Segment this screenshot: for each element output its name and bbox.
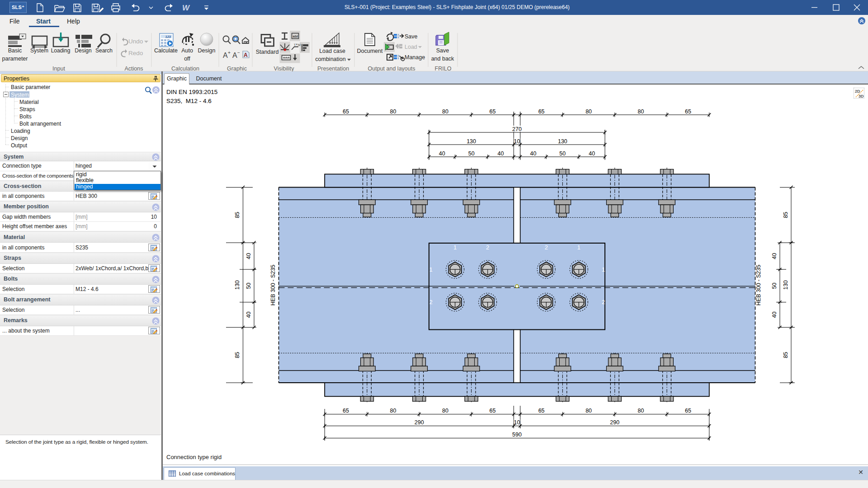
- svg-text:Input: Input: [52, 66, 65, 71]
- svg-text:80: 80: [637, 108, 644, 115]
- svg-text:Basic: Basic: [8, 47, 22, 54]
- svg-text:80: 80: [442, 108, 448, 115]
- svg-text:Output and layouts: Output and layouts: [368, 66, 415, 71]
- svg-text:290: 290: [610, 419, 619, 426]
- svg-text:W: W: [182, 4, 190, 12]
- svg-text:40: 40: [771, 312, 778, 318]
- svg-text:A: A: [232, 52, 237, 59]
- svg-text:65: 65: [685, 108, 691, 115]
- svg-text:3D: 3D: [859, 94, 864, 99]
- svg-text:65: 65: [685, 408, 691, 414]
- svg-text:abl: abl: [293, 34, 298, 38]
- svg-text:1: 1: [429, 266, 432, 273]
- svg-text:Loading: Loading: [51, 47, 71, 54]
- svg-text:Redo: Redo: [128, 50, 143, 56]
- svg-text:130: 130: [558, 138, 567, 145]
- svg-text:50: 50: [771, 283, 778, 289]
- svg-text:Graphic: Graphic: [227, 66, 247, 71]
- svg-text:Load: Load: [405, 44, 417, 50]
- svg-text:A: A: [244, 52, 248, 58]
- svg-text:85: 85: [235, 352, 241, 358]
- svg-text:10: 10: [514, 419, 520, 426]
- svg-text:65: 65: [489, 408, 495, 414]
- svg-text:1: 1: [602, 266, 605, 273]
- svg-text:80: 80: [390, 108, 396, 115]
- svg-text:85: 85: [235, 212, 241, 218]
- svg-text:Standard: Standard: [256, 49, 279, 55]
- svg-text:M: M: [298, 43, 301, 47]
- svg-text:2D: 2D: [855, 89, 860, 94]
- svg-text:10: 10: [514, 138, 520, 145]
- svg-text:40: 40: [245, 312, 252, 318]
- svg-text:HEB 300 - S235: HEB 300 - S235: [755, 265, 762, 305]
- svg-text:FRILO: FRILO: [435, 66, 452, 71]
- svg-text:HEB 300 - S235: HEB 300 - S235: [270, 265, 276, 305]
- svg-text:123: 123: [165, 35, 171, 39]
- svg-text:Design: Design: [75, 47, 91, 54]
- svg-text:combination: combination: [315, 56, 345, 62]
- svg-text:1: 1: [453, 244, 457, 251]
- svg-text:System: System: [30, 47, 48, 54]
- svg-text:80: 80: [442, 408, 448, 414]
- svg-text:65: 65: [538, 108, 545, 115]
- svg-text:80: 80: [585, 408, 592, 414]
- svg-text:Undo: Undo: [128, 38, 143, 45]
- svg-text:130: 130: [235, 280, 241, 290]
- svg-text:Visibility: Visibility: [274, 66, 295, 71]
- svg-text:130: 130: [783, 280, 789, 290]
- svg-text:270: 270: [512, 126, 522, 132]
- svg-text:50: 50: [468, 150, 475, 157]
- svg-text:80: 80: [585, 108, 592, 115]
- svg-text:parameter: parameter: [2, 56, 28, 62]
- svg-text:S235, M12 - 4.6: S235, M12 - 4.6: [166, 98, 212, 104]
- svg-text:2: 2: [486, 244, 489, 251]
- svg-text:65: 65: [343, 108, 349, 115]
- svg-text:40: 40: [530, 150, 537, 157]
- svg-text:Load case: Load case: [319, 48, 345, 54]
- svg-text:Manage: Manage: [405, 54, 425, 61]
- svg-text:Calculation: Calculation: [171, 66, 199, 71]
- svg-text:40: 40: [439, 150, 445, 157]
- svg-text:Presentation: Presentation: [317, 66, 349, 71]
- svg-text:Search: Search: [95, 47, 113, 54]
- svg-text:85: 85: [783, 352, 789, 358]
- svg-text:65: 65: [538, 408, 545, 414]
- svg-text:Document: Document: [357, 48, 383, 54]
- svg-text:80: 80: [637, 408, 644, 414]
- svg-text:and back: and back: [431, 56, 454, 62]
- svg-text:Auto: Auto: [181, 47, 193, 54]
- svg-text:Calculate: Calculate: [154, 47, 178, 54]
- svg-text:130: 130: [467, 138, 476, 145]
- svg-text:65: 65: [343, 408, 349, 414]
- svg-text:2: 2: [602, 299, 605, 305]
- svg-text:590: 590: [512, 432, 522, 438]
- svg-text:2: 2: [545, 244, 548, 251]
- svg-text:A: A: [223, 52, 228, 59]
- svg-text:40: 40: [245, 253, 252, 259]
- svg-text:50: 50: [559, 150, 566, 157]
- svg-text:Save: Save: [436, 47, 449, 54]
- svg-text:1: 1: [577, 244, 580, 251]
- svg-text:Save: Save: [405, 33, 418, 40]
- svg-text:85: 85: [783, 212, 789, 218]
- svg-text:40: 40: [771, 253, 778, 259]
- svg-text:off: off: [184, 56, 190, 62]
- svg-text:Design: Design: [198, 47, 216, 54]
- svg-text:40: 40: [498, 150, 504, 157]
- svg-text:−: −: [237, 50, 240, 55]
- svg-text:290: 290: [415, 419, 424, 426]
- svg-text:Actions: Actions: [125, 66, 143, 71]
- svg-text:+: +: [228, 50, 231, 55]
- svg-text:65: 65: [489, 108, 495, 115]
- svg-text:DIN EN 1993:2015: DIN EN 1993:2015: [166, 89, 217, 95]
- svg-text:T: T: [294, 43, 296, 47]
- svg-text:50: 50: [245, 283, 252, 289]
- svg-text:40: 40: [589, 150, 595, 157]
- svg-text:80: 80: [390, 408, 396, 414]
- svg-text:2: 2: [429, 299, 432, 305]
